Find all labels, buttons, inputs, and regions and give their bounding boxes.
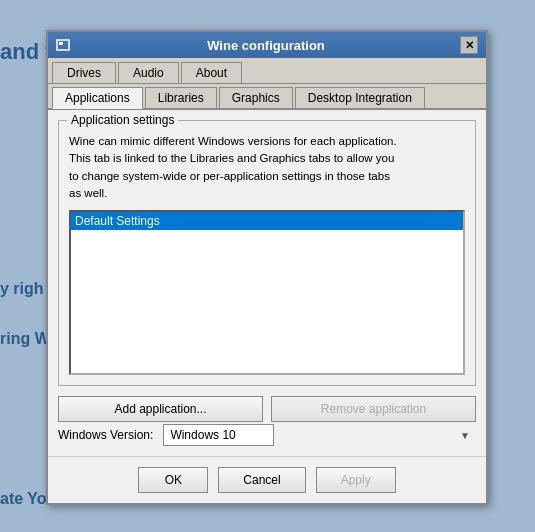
list-item-default[interactable]: Default Settings bbox=[71, 212, 463, 230]
bottom-button-row: OK Cancel Apply bbox=[48, 456, 486, 503]
app-icon bbox=[56, 38, 72, 52]
cancel-button[interactable]: Cancel bbox=[218, 467, 305, 493]
bg-text-ate: ate Yo bbox=[0, 490, 47, 508]
tab-graphics[interactable]: Graphics bbox=[219, 87, 293, 108]
dialog-title: Wine configuration bbox=[72, 38, 460, 53]
bg-text-right: y righ bbox=[0, 280, 44, 298]
apply-button[interactable]: Apply bbox=[316, 467, 396, 493]
applications-listbox[interactable]: Default Settings bbox=[69, 210, 465, 375]
application-settings-group: Application settings Wine can mimic diff… bbox=[58, 120, 476, 386]
windows-version-select[interactable]: Windows 10 Windows 7 Windows XP Windows … bbox=[163, 424, 274, 446]
close-button[interactable]: ✕ bbox=[460, 36, 478, 54]
remove-application-button[interactable]: Remove application bbox=[271, 396, 476, 422]
app-buttons-row: Add application... Remove application bbox=[58, 396, 476, 422]
tab-desktop-integration[interactable]: Desktop Integration bbox=[295, 87, 425, 108]
tab-audio[interactable]: Audio bbox=[118, 62, 179, 83]
ok-button[interactable]: OK bbox=[138, 467, 208, 493]
group-title: Application settings bbox=[67, 113, 178, 127]
tab-libraries[interactable]: Libraries bbox=[145, 87, 217, 108]
windows-version-label: Windows Version: bbox=[58, 428, 153, 442]
main-tab-bar: Applications Libraries Graphics Desktop … bbox=[48, 84, 486, 110]
titlebar: Wine configuration ✕ bbox=[48, 32, 486, 58]
description-text: Wine can mimic different Windows version… bbox=[69, 133, 465, 202]
wine-config-dialog: Wine configuration ✕ Drives Audio About … bbox=[46, 30, 488, 505]
tab-content: Application settings Wine can mimic diff… bbox=[48, 110, 486, 456]
windows-version-row: Windows Version: Windows 10 Windows 7 Wi… bbox=[58, 424, 476, 446]
top-tab-bar: Drives Audio About bbox=[48, 58, 486, 84]
tab-about[interactable]: About bbox=[181, 62, 242, 83]
add-application-button[interactable]: Add application... bbox=[58, 396, 263, 422]
bg-text-ring: ring W bbox=[0, 330, 50, 348]
tab-applications[interactable]: Applications bbox=[52, 87, 143, 109]
tab-drives[interactable]: Drives bbox=[52, 62, 116, 83]
windows-version-select-wrapper: Windows 10 Windows 7 Windows XP Windows … bbox=[163, 424, 476, 446]
svg-rect-1 bbox=[59, 42, 63, 45]
